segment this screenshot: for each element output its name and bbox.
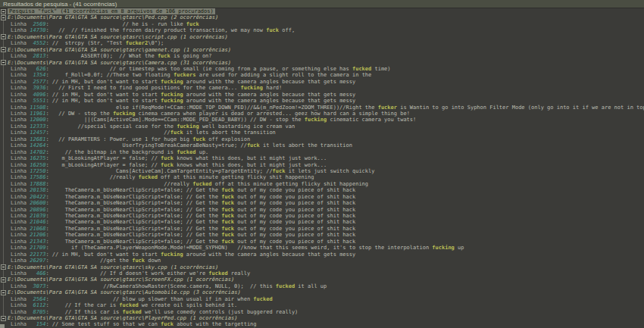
result-line-row[interactable]: Linha 14702: // the bitmap in the backgr…: [0, 149, 644, 155]
file-header-row[interactable]: E:\Documents\Para GTA\GTA SA source\gtas…: [0, 289, 644, 295]
result-line-row[interactable]: Linha 20896: TheCamera.m_bUseNearClipScr…: [0, 207, 644, 213]
result-line-row[interactable]: Linha 17586: //really fucked off at this…: [0, 174, 644, 180]
line-prefix: Linha: [11, 155, 27, 161]
collapse-toggle-icon[interactable]: [1, 264, 6, 270]
collapse-toggle-icon[interactable]: [1, 60, 6, 65]
collapse-toggle-icon[interactable]: [1, 34, 6, 39]
code-text: TheCamera.m_bUseNearClipScript=false; //…: [49, 194, 356, 200]
search-summary-row[interactable]: Pesquisa "fuck" (41 ocorrências em 8 arq…: [0, 8, 644, 14]
result-line-row[interactable]: Linha 20138: TheCamera.m_bUseNearClipScr…: [0, 187, 644, 193]
line-prefix: Linha: [11, 72, 27, 78]
search-results-panel: Resultados de pesquisa - (41 ocorrências…: [0, 0, 644, 328]
result-line-row[interactable]: Linha 14264: UserTryingToBreakCameraBeNa…: [0, 142, 644, 148]
result-line-row[interactable]: Linha 6112: // If the car is fucked we c…: [0, 302, 644, 308]
result-line-row[interactable]: Linha 2813: ASSERT(0); // What the fuck …: [0, 53, 644, 59]
result-line-row[interactable]: Linha 22173: // in MH, but don't want to…: [0, 251, 644, 258]
line-prefix: Linha: [11, 123, 27, 130]
code-text: //special special case for the fucking w…: [49, 123, 295, 130]
file-header-row[interactable]: E:\Documents\Para GTA\GTA SA source\gtas…: [0, 315, 644, 321]
result-line-row[interactable]: Linha 4552: // strcpy (Str, "Test fucker…: [0, 40, 644, 46]
result-line-row[interactable]: Linha 11508: else if(ReqMode!=CCam::MODE…: [0, 105, 644, 111]
result-line-row[interactable]: Linha 17250: Cams[ActiveCam].CamTargetEn…: [0, 168, 644, 174]
result-line-row[interactable]: Linha 21068: TheCamera.m_bUseNearClipScr…: [0, 226, 644, 232]
line-number: 2564: [27, 296, 45, 302]
search-match: fuck: [221, 219, 234, 225]
line-prefix: Linha: [11, 142, 27, 148]
code-text: // If d doesn't work either we're fucked…: [49, 270, 251, 276]
file-header-row[interactable]: E:\Documents\Para GTA\GTA SA source\gtas…: [0, 47, 644, 53]
result-line-row[interactable]: Linha 3073: //RwCameraShowRaster(Scene.c…: [0, 283, 644, 289]
collapse-toggle-icon[interactable]: [1, 47, 6, 52]
bottom-left-grip: [0, 324, 5, 328]
result-line-row[interactable]: Linha 466: // If d doesn't work either w…: [0, 270, 644, 276]
result-line-row[interactable]: Linha 21046: TheCamera.m_bUseNearClipScr…: [0, 219, 644, 225]
code-text: // If the car is fucked we create oil sp…: [49, 302, 238, 308]
code-text: //get the fuck down: [49, 258, 161, 264]
result-line-row[interactable]: Linha 2564: // blow up slower than usual…: [0, 296, 644, 302]
file-header-row[interactable]: E:\Documents\Para GTA\GTA SA source\gtas…: [0, 34, 644, 40]
result-line-row[interactable]: Linha 5551: // in MH, but don't want to …: [0, 98, 644, 104]
search-match: fucked: [139, 174, 158, 180]
line-prefix: Linha: [11, 21, 27, 27]
file-header-row[interactable]: E:\Documents\Para GTA\GTA SA source\gtas…: [0, 14, 644, 20]
collapse-toggle-icon[interactable]: [1, 277, 6, 283]
result-line-row[interactable]: Linha 21709: if (TheCamera.PlayerWeaponM…: [0, 245, 644, 251]
line-prefix: Linha: [11, 149, 27, 155]
line-prefix: Linha: [11, 79, 27, 85]
result-line-row[interactable]: Linha 626: // or timestep was too small …: [0, 66, 644, 72]
line-prefix: Linha: [11, 105, 27, 111]
result-line-row[interactable]: Linha 1354: f_Roll=0.0f; //These two flo…: [0, 72, 644, 78]
result-line-row[interactable]: Linha 20422: TheCamera.m_bUseNearClipScr…: [0, 194, 644, 200]
result-line-row[interactable]: Linha 16250: m_bLookingAtPlayer = false;…: [0, 162, 644, 168]
result-line-row[interactable]: Linha 2569: // he is - run like fuck: [0, 21, 644, 27]
result-line-row[interactable]: Linha 11961: // DW - stop the fucking ci…: [0, 111, 644, 117]
code-text: //really fucked off at this minute getti…: [49, 174, 314, 180]
file-header-row[interactable]: E:\Documents\Para GTA\GTA SA source\gtas…: [0, 264, 644, 270]
file-path: E:\Documents\Para GTA\GTA SA source\gtas…: [8, 14, 218, 20]
result-line-row[interactable]: Linha 12000: ||(Cams[ActiveCam].Mode==CC…: [0, 117, 644, 123]
search-match: fuck: [158, 53, 170, 59]
file-path: E:\Documents\Para GTA\GTA SA source\gtas…: [8, 289, 241, 295]
result-line-row[interactable]: Linha 3936: // First I need to find good…: [0, 85, 644, 91]
line-prefix: Linha: [11, 270, 27, 276]
result-line-row[interactable]: Linha 21206: TheCamera.m_bUseNearClipScr…: [0, 232, 644, 238]
result-line-row[interactable]: Linha 26297: //get the fuck down: [0, 258, 644, 264]
code-text: // Some test stuff so that we can fuck a…: [49, 321, 257, 327]
line-number: 17586: [27, 174, 45, 180]
panel-title: Resultados de pesquisa - (41 ocorrências…: [3, 1, 117, 8]
line-number: 466: [27, 270, 45, 276]
result-line-row[interactable]: Linha 2577: // in MH, but don't want to …: [0, 79, 644, 85]
line-number: 12333: [27, 123, 45, 130]
collapse-toggle-icon[interactable]: [1, 9, 6, 14]
result-line-row[interactable]: Linha 17888: //really fucked off at this…: [0, 181, 644, 187]
result-line-row[interactable]: Linha 21343: TheCamera.m_bUseNearClipScr…: [0, 239, 644, 245]
result-line-row[interactable]: Linha 12457: //fuck it lets abort the tr…: [0, 130, 644, 136]
collapse-toggle-icon[interactable]: [1, 316, 6, 321]
result-line-row[interactable]: Linha 14730: // // finished the frozen d…: [0, 27, 644, 33]
result-line-row[interactable]: Linha 21039: TheCamera.m_bUseNearClipScr…: [0, 213, 644, 219]
line-number: 4096: [27, 92, 45, 98]
line-number: 3936: [27, 85, 45, 91]
search-summary-text: Pesquisa "fuck" (41 ocorrências em 8 arq…: [8, 8, 215, 14]
file-header-row[interactable]: E:\Documents\Para GTA\GTA SA source\gtas…: [0, 60, 644, 66]
results-tree[interactable]: Pesquisa "fuck" (41 ocorrências em 8 arq…: [0, 8, 644, 328]
result-line-row[interactable]: Linha 12681: // PARAMETERS : Power. use …: [0, 136, 644, 142]
result-line-row[interactable]: Linha 4096: // in MH, but don't want to …: [0, 92, 644, 98]
search-match: fucking: [240, 85, 263, 91]
search-match: fucking: [161, 92, 183, 98]
collapse-toggle-icon[interactable]: [1, 15, 6, 20]
file-header-row[interactable]: E:\Documents\Para GTA\GTA SA source\gtas…: [0, 276, 644, 283]
search-match: fuck: [221, 207, 234, 213]
result-line-row[interactable]: Linha 16235: m_bLookingAtPlayer = false;…: [0, 155, 644, 161]
result-line-row[interactable]: Linha 8705: // If this car is fucked we'…: [0, 309, 644, 315]
result-line-row[interactable]: Linha 12333: //special special case for …: [0, 123, 644, 130]
file-path: E:\Documents\Para GTA\GTA SA source\gtas…: [8, 264, 218, 270]
line-number: 22173: [27, 251, 45, 258]
search-match: fuck: [266, 27, 279, 33]
search-match: fucking: [161, 251, 183, 258]
result-line-row[interactable]: Linha 154: // Some test stuff so that we…: [0, 321, 644, 327]
collapse-toggle-icon[interactable]: [1, 290, 6, 295]
line-prefix: Linha: [11, 207, 27, 213]
search-match: fucking: [113, 111, 136, 117]
result-line-row[interactable]: Linha 20600: TheCamera.m_bUseNearClipScr…: [0, 200, 644, 206]
